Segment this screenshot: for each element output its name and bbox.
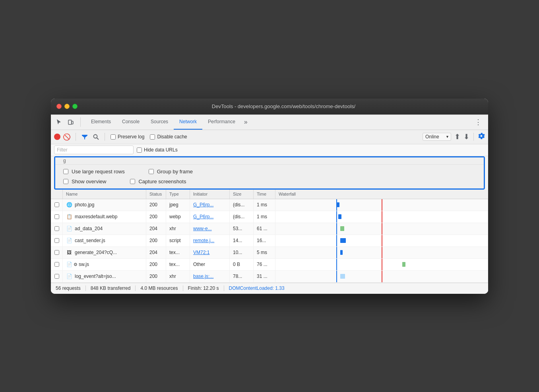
row-name[interactable]: 📄 ad_data_204 <box>63 223 146 235</box>
device-toolbar-icon[interactable] <box>66 117 76 127</box>
row-name[interactable]: 📄 ⚙ sw.js <box>63 259 146 270</box>
disable-cache-checkbox[interactable]: Disable cache <box>150 134 187 140</box>
more-options-button[interactable]: ⋮ <box>471 116 485 128</box>
th-time[interactable]: Time <box>254 190 275 199</box>
row-status: 200 <box>146 199 166 211</box>
row-checkbox[interactable] <box>51 223 63 235</box>
preserve-log-checkbox[interactable]: Preserve log <box>111 134 144 140</box>
row-time: 1 ms <box>254 211 275 223</box>
maximize-button[interactable] <box>72 104 78 109</box>
row-initiator: G_P6rp... <box>190 199 230 211</box>
row-type: jpeg <box>166 199 190 211</box>
row-time: 31 ... <box>254 271 275 282</box>
settings-row-2: Show overview Capture screenshots <box>63 179 476 184</box>
group-by-frame-checkbox[interactable] <box>149 169 154 174</box>
row-waterfall <box>275 247 488 258</box>
devtools-window: DevTools - developers.google.com/web/too… <box>51 99 488 294</box>
row-size: (dis... <box>230 211 254 223</box>
tab-network[interactable]: Network <box>174 114 202 130</box>
partial-label-text: g <box>63 158 66 163</box>
search-button[interactable] <box>91 132 101 142</box>
row-initiator: base.js:... <box>190 271 230 282</box>
large-request-rows-setting[interactable]: Use large request rows <box>63 169 125 175</box>
row-name[interactable]: 📄 log_event?alt=jso... <box>63 271 146 282</box>
table-row[interactable]: 📄 ad_data_204 204 xhr www-e... 53... 61 … <box>51 223 488 235</box>
row-waterfall <box>275 199 488 211</box>
row-checkbox[interactable] <box>51 271 63 282</box>
row-waterfall <box>275 235 488 246</box>
row-name[interactable]: 📄 cast_sender.js <box>63 235 146 246</box>
table-row[interactable]: 🌐 photo.jpg 200 jpeg G_P6rp... (dis... 1… <box>51 199 488 211</box>
filter-input[interactable] <box>54 146 134 154</box>
row-status: 204 <box>146 247 166 258</box>
resources-size: 4.0 MB resources <box>136 285 183 291</box>
row-type: xhr <box>166 271 190 282</box>
svg-rect-1 <box>72 121 73 124</box>
row-status: 200 <box>146 271 166 282</box>
table-row[interactable]: 📄 log_event?alt=jso... 200 xhr base.js:.… <box>51 271 488 283</box>
row-checkbox[interactable] <box>51 247 63 258</box>
svg-rect-0 <box>68 120 72 124</box>
settings-button[interactable] <box>478 132 485 141</box>
capture-screenshots-setting[interactable]: Capture screenshots <box>130 179 186 184</box>
group-by-frame-setting[interactable]: Group by frame <box>149 169 193 175</box>
row-size: (dis... <box>230 199 254 211</box>
table-row[interactable]: 📄 ⚙ sw.js 200 tex... Other 0 B 76 ... <box>51 259 488 271</box>
clear-button[interactable]: 🚫 <box>62 132 72 142</box>
row-name[interactable]: 📋 maxresdefault.webp <box>63 211 146 223</box>
cursor-icon[interactable] <box>54 117 64 127</box>
show-overview-setting[interactable]: Show overview <box>63 179 106 184</box>
capture-screenshots-checkbox[interactable] <box>130 179 135 184</box>
row-name[interactable]: 🖼 generate_204?cQ... <box>63 247 146 258</box>
row-size: 14... <box>230 235 254 246</box>
finish-time: Finish: 12.20 s <box>183 285 224 291</box>
row-checkbox[interactable] <box>51 235 63 246</box>
tab-more-button[interactable]: » <box>241 118 251 126</box>
row-type: tex... <box>166 259 190 270</box>
tab-performance[interactable]: Performance <box>202 114 241 130</box>
row-initiator: G_P6rp... <box>190 211 230 223</box>
image-icon: 🌐 <box>66 202 72 208</box>
th-status[interactable]: Status <box>146 190 166 199</box>
status-bar: 56 requests 848 KB transferred 4.0 MB re… <box>51 283 488 294</box>
show-overview-checkbox[interactable] <box>63 179 68 184</box>
hide-data-urls-checkbox[interactable]: Hide data URLs <box>137 147 178 153</box>
row-time: 76 ... <box>254 259 275 270</box>
partial-settings-row: g <box>55 157 484 165</box>
tab-elements[interactable]: Elements <box>85 114 116 130</box>
row-initiator: VM72:1 <box>190 247 230 258</box>
record-button[interactable] <box>54 134 60 140</box>
devtools-panel: Elements Console Sources Network Perform… <box>51 114 488 294</box>
row-type: xhr <box>166 223 190 235</box>
export-button[interactable]: ⬇ <box>463 132 469 141</box>
th-initiator[interactable]: Initiator <box>190 190 230 199</box>
row-waterfall <box>275 223 488 235</box>
import-button[interactable]: ⬆ <box>454 132 460 141</box>
filter-icon[interactable] <box>80 132 89 142</box>
row-initiator: remote.j... <box>190 235 230 246</box>
row-status: 200 <box>146 235 166 246</box>
table-row[interactable]: 📄 cast_sender.js 200 script remote.j... … <box>51 235 488 247</box>
tab-sources[interactable]: Sources <box>145 114 174 130</box>
row-name[interactable]: 🌐 photo.jpg <box>63 199 146 211</box>
row-checkbox[interactable] <box>51 211 63 223</box>
th-size[interactable]: Size <box>230 190 254 199</box>
row-checkbox[interactable] <box>51 199 63 211</box>
close-button[interactable] <box>56 104 62 109</box>
th-waterfall[interactable]: Waterfall <box>275 190 488 199</box>
document-icon: 📄 <box>66 237 72 244</box>
table-row[interactable]: 📋 maxresdefault.webp 200 webp G_P6rp... … <box>51 211 488 223</box>
throttling-select[interactable]: Online Fast 3G Slow 3G Offline <box>423 133 451 141</box>
tab-console[interactable]: Console <box>116 114 145 130</box>
large-request-rows-checkbox[interactable] <box>63 169 68 174</box>
table-header: Name Status Type Initiator Size Time Wat… <box>51 190 488 199</box>
toolbar-checkboxes: Preserve log Disable cache <box>111 134 421 140</box>
row-checkbox[interactable] <box>51 259 63 270</box>
document-icon: 📄 <box>66 261 72 268</box>
th-type[interactable]: Type <box>166 190 190 199</box>
minimize-button[interactable] <box>64 104 70 109</box>
document-icon: 📋 <box>66 213 72 220</box>
table-row[interactable]: 🖼 generate_204?cQ... 204 tex... VM72:1 1… <box>51 247 488 259</box>
th-name[interactable]: Name <box>63 190 146 199</box>
row-time: 1 ms <box>254 199 275 211</box>
